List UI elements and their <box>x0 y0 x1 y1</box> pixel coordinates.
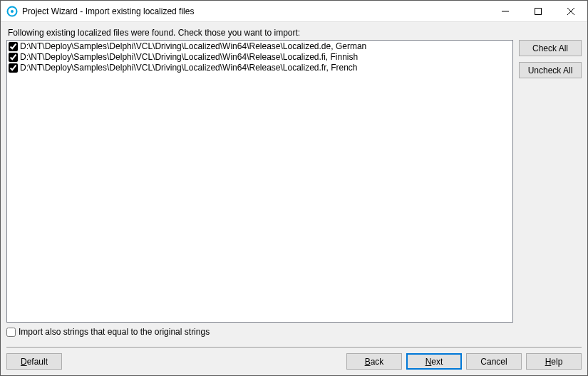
file-list-item[interactable]: D:\NT\Deploy\Samples\Delphi\VCL\Driving\… <box>9 41 512 52</box>
file-list[interactable]: D:\NT\Deploy\Samples\Delphi\VCL\Driving\… <box>6 40 513 323</box>
file-label: D:\NT\Deploy\Samples\Delphi\VCL\Driving\… <box>20 52 358 63</box>
instruction-label: Following existing localized files were … <box>6 28 582 38</box>
file-label: D:\NT\Deploy\Samples\Delphi\VCL\Driving\… <box>20 41 366 52</box>
app-icon <box>6 6 18 17</box>
minimize-button[interactable] <box>489 1 522 21</box>
file-checkbox[interactable] <box>9 53 18 62</box>
uncheck-all-button[interactable]: Uncheck All <box>519 62 582 78</box>
svg-rect-3 <box>535 8 542 14</box>
maximize-button[interactable] <box>522 1 555 21</box>
window-controls <box>489 1 587 21</box>
default-button[interactable]: Default <box>6 353 62 370</box>
footer: Default Back Next Cancel Help <box>6 347 582 370</box>
file-checkbox[interactable] <box>9 63 18 73</box>
close-button[interactable] <box>555 1 587 21</box>
file-list-item[interactable]: D:\NT\Deploy\Samples\Delphi\VCL\Driving\… <box>9 52 512 63</box>
back-button[interactable]: Back <box>346 353 402 370</box>
check-all-button[interactable]: Check All <box>519 40 582 56</box>
window-title: Project Wizard - Import existing localiz… <box>22 6 489 16</box>
file-label: D:\NT\Deploy\Samples\Delphi\VCL\Driving\… <box>20 63 358 73</box>
content-area: Following existing localized files were … <box>1 22 587 375</box>
file-checkbox[interactable] <box>9 42 18 51</box>
import-equal-label[interactable]: Import also strings that equal to the or… <box>19 327 210 337</box>
next-button[interactable]: Next <box>406 353 462 370</box>
file-list-item[interactable]: D:\NT\Deploy\Samples\Delphi\VCL\Driving\… <box>9 63 512 73</box>
import-equal-row: Import also strings that equal to the or… <box>6 327 582 337</box>
titlebar: Project Wizard - Import existing localiz… <box>1 1 587 22</box>
help-button[interactable]: Help <box>526 353 582 370</box>
svg-point-1 <box>11 10 14 13</box>
cancel-button[interactable]: Cancel <box>466 353 522 370</box>
import-equal-checkbox[interactable] <box>6 328 16 337</box>
side-buttons: Check All Uncheck All <box>519 40 582 323</box>
main-row: D:\NT\Deploy\Samples\Delphi\VCL\Driving\… <box>6 40 582 323</box>
